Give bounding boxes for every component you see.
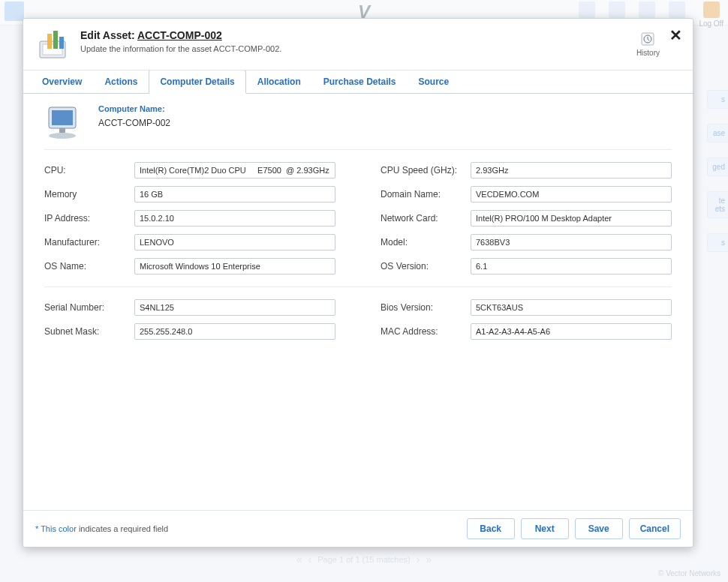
modal-title-asset-id: ACCT-COMP-002 xyxy=(137,29,222,41)
footer-buttons: Back Next Save Cancel xyxy=(467,518,681,539)
input-cpu-speed[interactable] xyxy=(471,162,672,178)
row-cpu: CPU: xyxy=(44,162,335,178)
required-note: * This color indicates a required field xyxy=(35,524,168,533)
label-network-card: Network Card: xyxy=(381,213,471,224)
bg-side-tabs: s ase ged te ets s xyxy=(707,90,728,252)
svg-rect-4 xyxy=(59,37,64,49)
row-serial-number: Serial Number: xyxy=(44,299,335,316)
history-label: History xyxy=(636,49,660,57)
copyright: © Vector Networks xyxy=(658,569,720,578)
label-model: Model: xyxy=(381,237,471,248)
modal-subtitle: Update the information for the asset ACC… xyxy=(80,44,281,53)
svg-rect-2 xyxy=(47,34,52,49)
logoff-icon xyxy=(703,2,720,18)
bg-icon-1 xyxy=(579,2,595,18)
bg-icon-2 xyxy=(609,2,625,18)
row-domain-name: Domain Name: xyxy=(381,186,672,202)
input-subnet-mask[interactable] xyxy=(134,323,335,340)
pager-prev-icon[interactable]: ‹ xyxy=(308,554,312,566)
pager-text: Page 1 of 1 (15 matches) xyxy=(317,555,411,564)
form-grid: CPU: CPU Speed (GHz): Memory Domain Name… xyxy=(44,150,672,340)
label-cpu: CPU: xyxy=(44,165,134,176)
pager: « ‹ Page 1 of 1 (15 matches) › » xyxy=(296,554,432,566)
input-ip-address[interactable] xyxy=(134,210,335,226)
svg-point-9 xyxy=(49,133,76,139)
row-cpu-speed: CPU Speed (GHz): xyxy=(381,162,672,178)
label-domain-name: Domain Name: xyxy=(381,189,471,200)
label-manufacturer: Manufacturer: xyxy=(44,237,134,248)
modal-title: Edit Asset: ACCT-COMP-002 xyxy=(80,29,281,41)
tab-computer-details[interactable]: Computer Details xyxy=(149,70,245,94)
input-manufacturer[interactable] xyxy=(134,234,335,250)
bg-icon-4 xyxy=(669,2,685,18)
tab-purchase-details[interactable]: Purchase Details xyxy=(312,70,408,94)
tab-actions[interactable]: Actions xyxy=(93,70,149,94)
pager-last-icon[interactable]: » xyxy=(426,554,432,566)
logoff-label: Log Off xyxy=(699,20,723,28)
input-bios-version[interactable] xyxy=(471,299,672,316)
svg-rect-8 xyxy=(52,110,73,125)
computer-name-label: Computer Name: xyxy=(98,104,170,113)
input-memory[interactable] xyxy=(134,186,335,202)
back-button[interactable]: Back xyxy=(467,518,515,539)
input-mac-address[interactable] xyxy=(471,323,672,340)
input-os-name[interactable] xyxy=(134,258,335,274)
next-button[interactable]: Next xyxy=(521,518,569,539)
computer-icon xyxy=(44,104,86,140)
bg-icon-3 xyxy=(639,2,655,18)
tab-row: Overview Actions Computer Details Alloca… xyxy=(23,70,693,94)
pager-next-icon[interactable]: › xyxy=(417,554,420,566)
logoff-button[interactable]: Log Off xyxy=(699,2,723,28)
row-subnet-mask: Subnet Mask: xyxy=(44,323,335,340)
input-network-card[interactable] xyxy=(471,210,672,226)
label-os-version: OS Version: xyxy=(381,261,471,272)
row-os-version: OS Version: xyxy=(381,258,672,274)
modal-body: Computer Name: ACCT-COMP-002 CPU: CPU Sp… xyxy=(23,94,693,510)
label-subnet-mask: Subnet Mask: xyxy=(44,326,134,337)
modal-header: Edit Asset: ACCT-COMP-002 Update the inf… xyxy=(23,19,693,70)
bg-side-tab: ged xyxy=(707,158,728,176)
label-memory: Memory xyxy=(44,189,134,200)
row-ip-address: IP Address: xyxy=(44,210,335,226)
close-button[interactable]: ✕ xyxy=(669,28,682,43)
bg-side-tab: s xyxy=(707,90,728,109)
save-button[interactable]: Save xyxy=(575,518,623,539)
row-bios-version: Bios Version: xyxy=(381,299,672,316)
row-network-card: Network Card: xyxy=(381,210,672,226)
tab-allocation[interactable]: Allocation xyxy=(246,70,312,94)
history-button[interactable]: History xyxy=(636,31,660,57)
bg-menu-button xyxy=(5,2,24,21)
tab-source[interactable]: Source xyxy=(407,70,460,94)
label-mac-address: MAC Address: xyxy=(381,326,471,337)
input-domain-name[interactable] xyxy=(471,186,672,202)
label-serial-number: Serial Number: xyxy=(44,302,134,313)
input-model[interactable] xyxy=(471,234,672,250)
computer-name-value: ACCT-COMP-002 xyxy=(98,118,170,128)
svg-rect-10 xyxy=(59,128,65,133)
row-memory: Memory xyxy=(44,186,335,202)
input-cpu[interactable] xyxy=(134,162,335,178)
modal-footer: * This color indicates a required field … xyxy=(23,510,693,547)
label-os-name: OS Name: xyxy=(44,261,134,272)
input-serial-number[interactable] xyxy=(134,299,335,316)
label-ip-address: IP Address: xyxy=(44,213,134,224)
pager-first-icon[interactable]: « xyxy=(296,554,302,566)
input-os-version[interactable] xyxy=(471,258,672,274)
history-icon xyxy=(639,31,656,47)
svg-rect-3 xyxy=(53,31,58,49)
computer-header: Computer Name: ACCT-COMP-002 xyxy=(44,101,672,150)
edit-asset-modal: Edit Asset: ACCT-COMP-002 Update the inf… xyxy=(23,18,693,548)
bg-side-tab: te ets xyxy=(707,191,728,218)
asset-icon xyxy=(37,29,70,62)
row-os-name: OS Name: xyxy=(44,258,335,274)
label-cpu-speed: CPU Speed (GHz): xyxy=(381,165,471,176)
row-model: Model: xyxy=(381,234,672,250)
bg-side-tab: s xyxy=(707,233,728,252)
row-mac-address: MAC Address: xyxy=(381,323,672,340)
label-bios-version: Bios Version: xyxy=(381,302,471,313)
row-manufacturer: Manufacturer: xyxy=(44,234,335,250)
tab-overview[interactable]: Overview xyxy=(31,70,93,94)
section-divider xyxy=(44,286,672,292)
bg-side-tab: ase xyxy=(707,124,728,142)
cancel-button[interactable]: Cancel xyxy=(629,518,681,539)
